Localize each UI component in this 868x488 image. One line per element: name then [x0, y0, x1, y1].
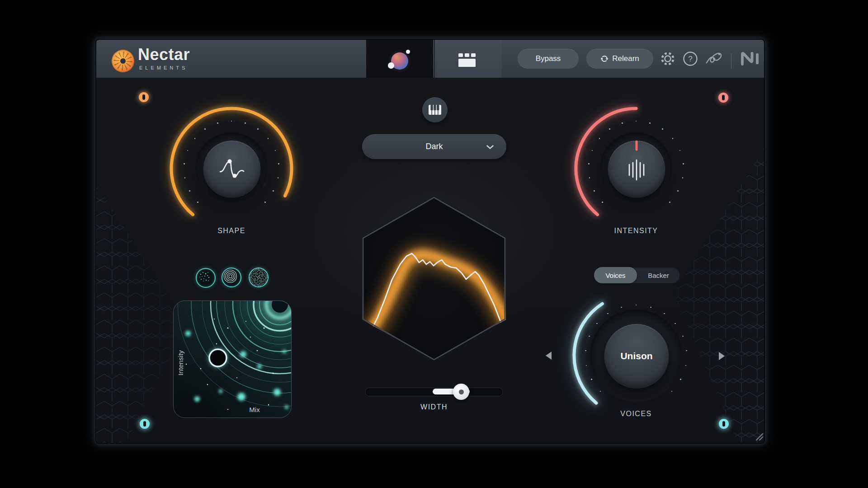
chevron-down-icon: [486, 145, 494, 149]
xy-x-label: Mix: [232, 406, 277, 413]
xy-pad[interactable]: [173, 300, 292, 418]
resize-handle[interactable]: [752, 431, 764, 441]
orb-satellite-small: [406, 50, 410, 54]
width-slider-handle-dot: [459, 389, 464, 394]
xy-pad-scene: [174, 301, 291, 418]
width-slider-handle[interactable]: [453, 384, 469, 400]
toggle-backer[interactable]: Backer: [637, 267, 680, 283]
bypass-label: Bypass: [536, 54, 561, 63]
header-bar: Nectar ELEMENTS Bypass: [96, 40, 764, 78]
style-starburst-icon[interactable]: [249, 267, 269, 287]
screen: Nectar ELEMENTS Bypass: [0, 0, 868, 488]
brand-name: Nectar: [138, 45, 190, 64]
bypass-button[interactable]: Bypass: [518, 49, 579, 69]
width-slider-track[interactable]: [365, 388, 503, 396]
xy-pad-puck[interactable]: [209, 349, 226, 366]
voices-prev-arrow[interactable]: [546, 352, 552, 360]
vibe-dropdown[interactable]: Dark: [362, 134, 506, 159]
shape-label: SHAPE: [182, 227, 281, 235]
voices-next-arrow[interactable]: [719, 352, 725, 360]
output-led-bottom-right: [719, 419, 729, 429]
shape-knob[interactable]: [203, 140, 261, 198]
style-particles-icon[interactable]: [196, 268, 216, 288]
style-rings-icon[interactable]: [222, 267, 241, 287]
help-button[interactable]: ?: [680, 40, 700, 78]
orb-satellite-large: [388, 62, 394, 69]
question-icon: ?: [683, 51, 698, 66]
keyboard-button[interactable]: [422, 97, 448, 122]
nectar-plugin-window: Nectar ELEMENTS Bypass: [96, 40, 764, 443]
piano-roll-grid-icon: [458, 53, 478, 67]
input-led-bottom-left: [140, 419, 150, 429]
orb-icon: [391, 52, 408, 70]
svg-text:?: ?: [688, 55, 692, 63]
intensity-knob[interactable]: [608, 140, 665, 198]
ni-logo-button[interactable]: [738, 40, 762, 78]
audiolens-button[interactable]: [705, 40, 725, 78]
input-led-top-left: [139, 92, 149, 102]
piano-keys-icon: [428, 104, 442, 115]
voices-knob[interactable]: Unison: [604, 324, 669, 389]
header-divider: [731, 53, 731, 69]
tab-masking-view[interactable]: [434, 40, 502, 78]
tab-main-view[interactable]: [366, 40, 433, 78]
gear-icon: [660, 51, 676, 67]
ni-logo: [740, 51, 760, 66]
brand-edition: ELEMENTS: [139, 65, 188, 70]
vibe-value: Dark: [425, 142, 443, 151]
voices-backer-toggle: Voices Backer: [594, 267, 680, 283]
relearn-label: Relearn: [612, 54, 639, 63]
width-label: WIDTH: [389, 403, 479, 411]
toggle-voices[interactable]: Voices: [594, 267, 637, 283]
nectar-logo-icon: [112, 50, 134, 72]
shape-curve-icon: [217, 156, 246, 182]
settings-button[interactable]: [658, 40, 678, 78]
relearn-button[interactable]: Relearn: [586, 49, 653, 69]
voices-value: Unison: [620, 351, 652, 361]
refresh-icon: [600, 55, 609, 63]
spectrum-curves: [362, 197, 506, 361]
intensity-knob-pointer: [608, 141, 665, 197]
output-led-top-right: [718, 93, 728, 103]
intensity-label: INTENSITY: [586, 227, 686, 235]
voices-label: VOICES: [586, 410, 686, 418]
wave-scribble-icon: [705, 51, 724, 66]
spectrum-display: [362, 197, 506, 361]
xy-y-label: Intensity: [177, 329, 186, 397]
